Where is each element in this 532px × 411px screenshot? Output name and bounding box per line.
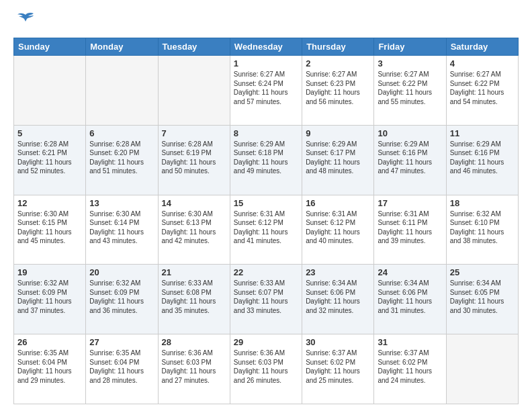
day-info: Sunrise: 6:37 AM Sunset: 6:02 PM Dayligh… [378,349,432,384]
day-info: Sunrise: 6:27 AM Sunset: 6:22 PM Dayligh… [378,71,432,105]
calendar-cell: 17Sunrise: 6:31 AM Sunset: 6:11 PM Dayli… [374,195,446,265]
day-info: Sunrise: 6:28 AM Sunset: 6:20 PM Dayligh… [89,140,144,175]
day-number: 31 [378,337,442,347]
calendar-cell [86,56,158,126]
header [13,12,519,31]
logo-bird-icon [16,12,35,31]
day-number: 5 [17,128,82,138]
calendar-week-row: 1Sunrise: 6:27 AM Sunset: 6:24 PM Daylig… [14,56,519,126]
day-number: 24 [378,267,442,277]
calendar-cell: 2Sunrise: 6:27 AM Sunset: 6:23 PM Daylig… [302,56,374,126]
calendar-cell: 1Sunrise: 6:27 AM Sunset: 6:24 PM Daylig… [230,56,302,126]
calendar-cell: 24Sunrise: 6:34 AM Sunset: 6:06 PM Dayli… [374,265,446,334]
day-number: 16 [306,198,370,208]
calendar-cell: 25Sunrise: 6:34 AM Sunset: 6:05 PM Dayli… [446,265,518,334]
calendar-table: SundayMondayTuesdayWednesdayThursdayFrid… [13,38,519,404]
calendar-cell: 19Sunrise: 6:32 AM Sunset: 6:09 PM Dayli… [14,265,86,334]
day-info: Sunrise: 6:31 AM Sunset: 6:11 PM Dayligh… [378,210,432,245]
calendar-cell: 7Sunrise: 6:28 AM Sunset: 6:19 PM Daylig… [158,125,230,195]
day-info: Sunrise: 6:29 AM Sunset: 6:16 PM Dayligh… [450,140,504,175]
calendar-cell: 9Sunrise: 6:29 AM Sunset: 6:17 PM Daylig… [302,125,374,195]
day-number: 4 [450,58,515,68]
calendar-cell: 30Sunrise: 6:37 AM Sunset: 6:02 PM Dayli… [302,334,374,404]
day-header-tuesday: Tuesday [158,38,230,56]
calendar-cell: 4Sunrise: 6:27 AM Sunset: 6:22 PM Daylig… [446,56,518,126]
calendar-cell: 10Sunrise: 6:29 AM Sunset: 6:16 PM Dayli… [374,125,446,195]
day-info: Sunrise: 6:35 AM Sunset: 6:04 PM Dayligh… [89,349,144,384]
day-info: Sunrise: 6:34 AM Sunset: 6:06 PM Dayligh… [306,279,360,314]
calendar-cell: 5Sunrise: 6:28 AM Sunset: 6:21 PM Daylig… [14,125,86,195]
calendar-week-row: 5Sunrise: 6:28 AM Sunset: 6:21 PM Daylig… [14,125,519,195]
day-number: 25 [450,267,515,277]
day-number: 21 [162,267,226,277]
day-header-saturday: Saturday [446,38,518,56]
day-header-thursday: Thursday [302,38,374,56]
calendar-cell: 15Sunrise: 6:31 AM Sunset: 6:12 PM Dayli… [230,195,302,265]
calendar-header-row: SundayMondayTuesdayWednesdayThursdayFrid… [14,38,519,56]
day-info: Sunrise: 6:31 AM Sunset: 6:12 PM Dayligh… [234,210,288,245]
day-info: Sunrise: 6:29 AM Sunset: 6:16 PM Dayligh… [378,140,432,175]
calendar-cell: 11Sunrise: 6:29 AM Sunset: 6:16 PM Dayli… [446,125,518,195]
calendar-cell [158,56,230,126]
calendar-cell: 12Sunrise: 6:30 AM Sunset: 6:15 PM Dayli… [14,195,86,265]
calendar-week-row: 19Sunrise: 6:32 AM Sunset: 6:09 PM Dayli… [14,265,519,334]
day-number: 22 [234,267,298,277]
calendar-week-row: 12Sunrise: 6:30 AM Sunset: 6:15 PM Dayli… [14,195,519,265]
calendar-cell: 8Sunrise: 6:29 AM Sunset: 6:18 PM Daylig… [230,125,302,195]
day-info: Sunrise: 6:32 AM Sunset: 6:09 PM Dayligh… [17,279,72,314]
day-info: Sunrise: 6:30 AM Sunset: 6:14 PM Dayligh… [89,210,144,245]
page: SundayMondayTuesdayWednesdayThursdayFrid… [0,0,532,411]
calendar-cell: 21Sunrise: 6:33 AM Sunset: 6:08 PM Dayli… [158,265,230,334]
day-number: 11 [450,128,515,138]
day-info: Sunrise: 6:29 AM Sunset: 6:17 PM Dayligh… [306,140,360,175]
day-number: 20 [89,267,154,277]
day-number: 1 [234,58,298,68]
day-number: 9 [306,128,370,138]
calendar-cell: 18Sunrise: 6:32 AM Sunset: 6:10 PM Dayli… [446,195,518,265]
logo [13,12,35,31]
day-number: 13 [89,198,154,208]
day-header-wednesday: Wednesday [230,38,302,56]
calendar-cell: 27Sunrise: 6:35 AM Sunset: 6:04 PM Dayli… [86,334,158,404]
calendar-cell: 22Sunrise: 6:33 AM Sunset: 6:07 PM Dayli… [230,265,302,334]
calendar-cell: 26Sunrise: 6:35 AM Sunset: 6:04 PM Dayli… [14,334,86,404]
day-info: Sunrise: 6:30 AM Sunset: 6:13 PM Dayligh… [162,210,216,245]
calendar-cell: 3Sunrise: 6:27 AM Sunset: 6:22 PM Daylig… [374,56,446,126]
day-number: 6 [89,128,154,138]
calendar-cell: 16Sunrise: 6:31 AM Sunset: 6:12 PM Dayli… [302,195,374,265]
day-info: Sunrise: 6:32 AM Sunset: 6:09 PM Dayligh… [89,279,144,314]
day-info: Sunrise: 6:27 AM Sunset: 6:24 PM Dayligh… [234,71,288,105]
day-number: 29 [234,337,298,347]
day-number: 23 [306,267,370,277]
calendar-cell: 31Sunrise: 6:37 AM Sunset: 6:02 PM Dayli… [374,334,446,404]
day-info: Sunrise: 6:33 AM Sunset: 6:07 PM Dayligh… [234,279,288,314]
calendar-cell: 13Sunrise: 6:30 AM Sunset: 6:14 PM Dayli… [86,195,158,265]
calendar-cell: 20Sunrise: 6:32 AM Sunset: 6:09 PM Dayli… [86,265,158,334]
calendar-cell [14,56,86,126]
day-info: Sunrise: 6:28 AM Sunset: 6:19 PM Dayligh… [162,140,216,175]
day-info: Sunrise: 6:29 AM Sunset: 6:18 PM Dayligh… [234,140,288,175]
day-number: 18 [450,198,515,208]
day-info: Sunrise: 6:28 AM Sunset: 6:21 PM Dayligh… [17,140,72,175]
day-info: Sunrise: 6:27 AM Sunset: 6:23 PM Dayligh… [306,71,360,105]
day-header-friday: Friday [374,38,446,56]
day-info: Sunrise: 6:32 AM Sunset: 6:10 PM Dayligh… [450,210,504,245]
day-number: 7 [162,128,226,138]
day-info: Sunrise: 6:36 AM Sunset: 6:03 PM Dayligh… [162,349,216,384]
day-number: 3 [378,58,442,68]
calendar-cell: 23Sunrise: 6:34 AM Sunset: 6:06 PM Dayli… [302,265,374,334]
day-number: 17 [378,198,442,208]
calendar-cell: 28Sunrise: 6:36 AM Sunset: 6:03 PM Dayli… [158,334,230,404]
day-number: 30 [306,337,370,347]
day-number: 8 [234,128,298,138]
calendar-week-row: 26Sunrise: 6:35 AM Sunset: 6:04 PM Dayli… [14,334,519,404]
calendar-cell: 29Sunrise: 6:36 AM Sunset: 6:03 PM Dayli… [230,334,302,404]
day-header-sunday: Sunday [14,38,86,56]
calendar-cell [446,334,518,404]
day-info: Sunrise: 6:34 AM Sunset: 6:06 PM Dayligh… [378,279,432,314]
day-number: 10 [378,128,442,138]
day-info: Sunrise: 6:33 AM Sunset: 6:08 PM Dayligh… [162,279,216,314]
day-info: Sunrise: 6:35 AM Sunset: 6:04 PM Dayligh… [17,349,72,384]
day-number: 26 [17,337,82,347]
day-number: 27 [89,337,154,347]
